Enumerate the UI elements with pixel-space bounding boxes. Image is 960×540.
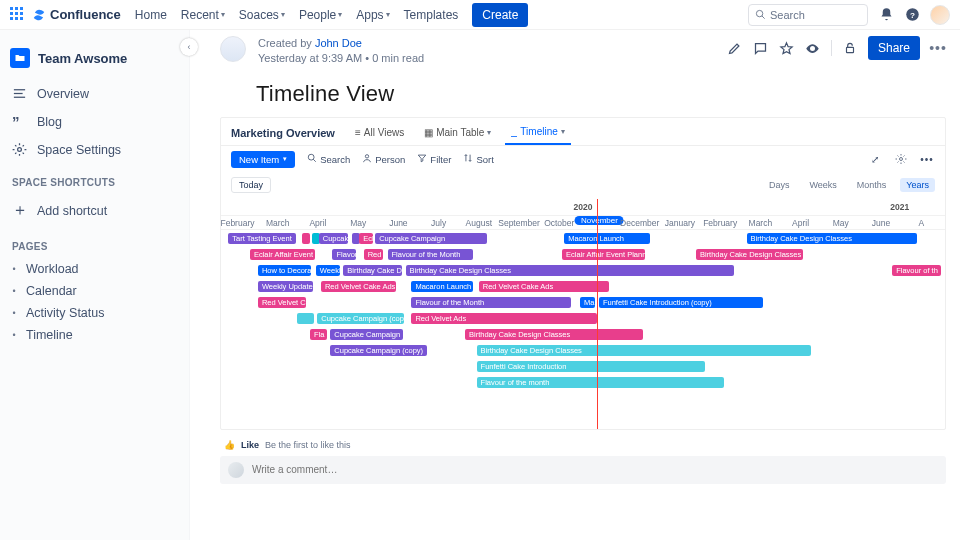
timeline-bar[interactable]: Ecl xyxy=(359,233,373,244)
sidebar-item-blog[interactable]: ”Blog xyxy=(6,107,181,136)
timeline-canvas[interactable]: 20202021 FebruaryMarchAprilMayJuneJulyAu… xyxy=(221,199,945,429)
tree-toggle-icon[interactable]: • xyxy=(8,263,20,275)
timeline-bar[interactable]: Ma xyxy=(580,297,595,308)
new-item-button[interactable]: New Item ▾ xyxy=(231,151,295,168)
tool-filter[interactable]: Filter xyxy=(417,153,451,165)
timeline-bar[interactable]: Funfetti Cake Introduction xyxy=(477,361,706,372)
timeline-bar[interactable]: Weekly Update xyxy=(258,281,313,292)
tree-toggle-icon[interactable]: • xyxy=(8,329,20,341)
sidebar-item-overview[interactable]: Overview xyxy=(6,80,181,107)
timeline-bar[interactable]: Tart Tasting Event xyxy=(228,233,295,244)
timeline-bar[interactable]: Birthday Cake Design Classes xyxy=(747,233,917,244)
settings-icon[interactable] xyxy=(893,151,909,167)
search-input[interactable]: Search xyxy=(748,4,868,26)
period-days[interactable]: Days xyxy=(763,178,796,192)
today-button[interactable]: Today xyxy=(231,177,271,193)
collapse-sidebar-button[interactable]: ‹ xyxy=(180,38,198,56)
timeline-bar[interactable]: Weekl xyxy=(316,265,340,276)
page-tree-item[interactable]: •Calendar xyxy=(6,280,181,302)
timeline-bar[interactable]: Birthday Cake Design Classes xyxy=(477,345,811,356)
timeline-bar[interactable]: Fla xyxy=(310,329,327,340)
nav-recent[interactable]: Recent▾ xyxy=(181,8,225,22)
share-button[interactable]: Share xyxy=(868,36,920,60)
month-label: July xyxy=(431,218,446,228)
more-actions-icon[interactable]: ••• xyxy=(930,40,946,56)
page-tree-item[interactable]: •Workload xyxy=(6,258,181,280)
comment-input[interactable] xyxy=(252,464,938,475)
help-icon[interactable]: ? xyxy=(904,7,920,23)
timeline-bar[interactable]: How to Decora xyxy=(258,265,311,276)
timeline-bar[interactable]: Macaron Launch P xyxy=(411,281,473,292)
view-tab-all-views[interactable]: ≡All Views xyxy=(349,122,410,145)
folder-icon xyxy=(14,52,26,64)
timeline-bar[interactable]: Cupcake Campaign (copy xyxy=(317,313,404,324)
sidebar-item-space-settings[interactable]: Space Settings xyxy=(6,136,181,163)
tree-toggle-icon[interactable]: • xyxy=(8,307,20,319)
timeline-bar[interactable]: Flavour of the Month xyxy=(388,249,473,260)
brand-logo[interactable]: Confluence xyxy=(32,7,121,22)
period-years[interactable]: Years xyxy=(900,178,935,192)
add-shortcut-button[interactable]: ＋ Add shortcut xyxy=(6,194,181,227)
notifications-icon[interactable] xyxy=(878,7,894,23)
view-tab-timeline[interactable]: ⎯Timeline▾ xyxy=(505,122,570,145)
nav-home[interactable]: Home xyxy=(135,8,167,22)
blog-icon: ” xyxy=(12,113,27,130)
timeline-bar[interactable]: Red Velvet Cake Ads xyxy=(479,281,609,292)
timeline-bar[interactable]: Flavou xyxy=(332,249,356,260)
author-avatar[interactable] xyxy=(220,36,246,62)
page-tree-item[interactable]: •Timeline xyxy=(6,324,181,346)
tree-toggle-icon[interactable]: • xyxy=(8,285,20,297)
timeline-bar[interactable]: Cupcake Campaign xyxy=(330,329,403,340)
timeline-bar[interactable]: Cupcake Campaign xyxy=(375,233,486,244)
timeline-bar[interactable]: Red V xyxy=(364,249,384,260)
timeline-bar[interactable]: Birthday Cake Design Classes xyxy=(465,329,643,340)
nav-apps[interactable]: Apps▾ xyxy=(356,8,389,22)
expand-icon[interactable]: ⤢ xyxy=(867,151,883,167)
restrictions-icon[interactable] xyxy=(842,40,858,56)
tool-person[interactable]: Person xyxy=(362,153,405,165)
comments-icon[interactable] xyxy=(753,40,769,56)
nav-soaces[interactable]: Soaces▾ xyxy=(239,8,285,22)
timeline-bar[interactable]: Red Velvet C xyxy=(258,297,307,308)
nav-templates[interactable]: Templates xyxy=(404,8,459,22)
author-name[interactable]: John Doe xyxy=(315,37,362,49)
star-icon[interactable] xyxy=(779,40,795,56)
database-title[interactable]: Marketing Overview xyxy=(231,127,335,139)
edit-icon[interactable] xyxy=(727,40,743,56)
timeline-bar[interactable]: Flavour of th xyxy=(892,265,941,276)
app-switcher-icon[interactable] xyxy=(10,7,26,23)
month-label: A xyxy=(918,218,924,228)
profile-avatar[interactable] xyxy=(930,5,950,25)
like-icon[interactable]: 👍 xyxy=(224,440,235,450)
timeline-bar[interactable]: Birthday Cake Design Classes xyxy=(406,265,734,276)
timeline-bar[interactable]: Red Velvet Ads xyxy=(411,313,597,324)
period-months[interactable]: Months xyxy=(851,178,893,192)
more-icon[interactable]: ••• xyxy=(919,151,935,167)
timeline-bar[interactable]: Cupcake Campaign (copy) xyxy=(330,345,426,356)
month-label: June xyxy=(389,218,407,228)
watch-icon[interactable] xyxy=(805,40,821,56)
timeline-bar[interactable]: Macaron Launch xyxy=(564,233,649,244)
like-button[interactable]: Like xyxy=(241,440,259,450)
create-button[interactable]: Create xyxy=(472,3,528,27)
tool-sort[interactable]: Sort xyxy=(463,153,493,165)
comment-box[interactable] xyxy=(220,456,946,484)
timeline-bar[interactable]: Birthday Cake Design Classes (copy) xyxy=(696,249,803,260)
timeline-bar[interactable]: Flavour of the Month xyxy=(411,297,570,308)
period-weeks[interactable]: Weeks xyxy=(803,178,842,192)
tool-search[interactable]: Search xyxy=(307,153,350,165)
timeline-bar[interactable] xyxy=(297,313,314,324)
space-header[interactable]: Team Awsome xyxy=(6,42,181,80)
page-tree-item[interactable]: •Activity Status xyxy=(6,302,181,324)
person-icon xyxy=(362,153,372,165)
view-tab-main-table[interactable]: ▦Main Table▾ xyxy=(418,122,497,145)
timeline-bar[interactable]: Eclair Affair Event Planning xyxy=(562,249,645,260)
timeline-bar[interactable] xyxy=(302,233,310,244)
timeline-bar[interactable]: Birthday Cake Desi xyxy=(343,265,402,276)
nav-people[interactable]: People▾ xyxy=(299,8,342,22)
timeline-bar[interactable]: Red Velvet Cake Ads xyxy=(321,281,396,292)
timeline-bar[interactable]: Funfetti Cake Introduction (copy) xyxy=(599,297,763,308)
timeline-bar[interactable]: Cupcake xyxy=(319,233,348,244)
timeline-bar[interactable]: Flavour of the month xyxy=(477,377,725,388)
timeline-bar[interactable]: Eclair Affair Event xyxy=(250,249,315,260)
